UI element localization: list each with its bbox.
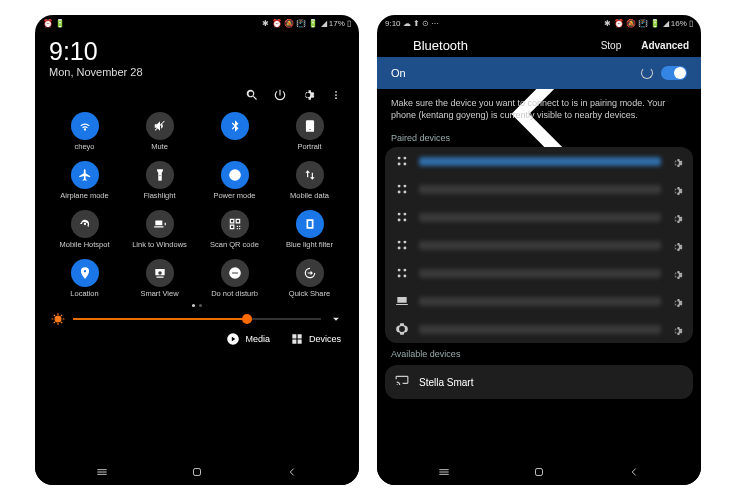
panel-actions [35, 80, 359, 108]
tile-label: Airplane mode [60, 192, 108, 200]
tile-hotspot[interactable]: Mobile Hotspot [47, 210, 122, 249]
device-name-blurred [419, 241, 661, 250]
play-icon [226, 332, 240, 346]
qr-icon [221, 210, 249, 238]
device-name-blurred [419, 269, 661, 278]
tile-mobiledata[interactable]: Mobile data [272, 161, 347, 200]
back-icon[interactable] [389, 39, 403, 53]
page-title: Bluetooth [413, 38, 591, 53]
tile-location[interactable]: Location [47, 259, 122, 298]
paired-device-row[interactable] [385, 175, 693, 203]
gear-icon[interactable] [671, 295, 683, 307]
nav-home[interactable] [532, 465, 546, 483]
grid-icon [395, 182, 409, 196]
nav-home[interactable] [190, 465, 204, 483]
bluetooth-header: Bluetooth Stop Advanced [377, 32, 701, 57]
nav-back[interactable] [627, 465, 641, 483]
tile-dnd[interactable]: Do not disturb [197, 259, 272, 298]
status-left: 9:10 ☁ ⬆ ⊙ ⋯ [385, 19, 439, 28]
brightness-slider[interactable] [35, 310, 359, 330]
tile-link[interactable]: Link to Windows [122, 210, 197, 249]
available-device-name: Stella Smart [419, 377, 473, 388]
status-right: ✱ ⏰ 🔕 📳 🔋 ◢ 17% ▯ [262, 19, 351, 28]
search-icon[interactable] [245, 88, 259, 102]
gear-icon[interactable] [671, 323, 683, 335]
svg-rect-6 [535, 469, 542, 476]
gear-icon[interactable] [671, 155, 683, 167]
stop-button[interactable]: Stop [601, 40, 622, 51]
media-button[interactable]: Media [226, 332, 270, 346]
tile-smartview[interactable]: Smart View [122, 259, 197, 298]
power-icon [221, 161, 249, 189]
quick-tiles-grid: cheyoMutePortraitAirplane modeFlashlight… [35, 108, 359, 301]
bluetooth-toggle-bar[interactable]: On [377, 57, 701, 89]
nav-back[interactable] [285, 465, 299, 483]
tile-airplane[interactable]: Airplane mode [47, 161, 122, 200]
nav-recents[interactable] [437, 465, 451, 483]
paired-device-row[interactable] [385, 259, 693, 287]
available-device-row[interactable]: Stella Smart [385, 365, 693, 399]
scanning-spinner [641, 67, 653, 79]
device-name-blurred [419, 213, 661, 222]
clock-block: 9:10 Mon, November 28 [35, 32, 359, 80]
status-left: ⏰ 🔋 [43, 19, 65, 28]
chevron-down-icon[interactable] [329, 312, 343, 326]
portrait-icon [296, 112, 324, 140]
wifi-icon [71, 112, 99, 140]
mute-icon [146, 112, 174, 140]
devices-label: Devices [309, 334, 341, 344]
cast-icon [395, 374, 409, 390]
navbar [377, 463, 701, 485]
tile-label: Smart View [140, 290, 178, 298]
link-icon [146, 210, 174, 238]
settings-icon[interactable] [301, 88, 315, 102]
media-devices-row: Media Devices [35, 330, 359, 350]
more-icon[interactable] [329, 88, 343, 102]
paired-device-row[interactable] [385, 315, 693, 343]
svg-rect-5 [193, 469, 200, 476]
advanced-button[interactable]: Advanced [641, 40, 689, 51]
status-bar: ⏰ 🔋 ✱ ⏰ 🔕 📳 🔋 ◢ 17% ▯ [35, 15, 359, 32]
bluetooth-switch[interactable] [661, 66, 687, 80]
gear-icon[interactable] [671, 211, 683, 223]
gear-icon[interactable] [671, 239, 683, 251]
available-section-label: Available devices [377, 345, 701, 361]
devices-button[interactable]: Devices [290, 332, 341, 346]
visibility-hint: Make sure the device you want to connect… [377, 89, 701, 129]
grid-icon [290, 332, 304, 346]
pager-dot[interactable] [192, 304, 195, 307]
tile-flashlight[interactable]: Flashlight [122, 161, 197, 200]
tile-quickshare[interactable]: Quick Share [272, 259, 347, 298]
watch-icon [395, 322, 409, 336]
gear-icon[interactable] [671, 183, 683, 195]
clock-time: 9:10 [49, 38, 345, 66]
quick-panel-screen: ⏰ 🔋 ✱ ⏰ 🔕 📳 🔋 ◢ 17% ▯ 9:10 Mon, November… [35, 15, 359, 485]
gear-icon[interactable] [671, 267, 683, 279]
tile-wifi[interactable]: cheyo [47, 112, 122, 151]
device-name-blurred [419, 185, 661, 194]
paired-device-row[interactable] [385, 147, 693, 175]
tile-label: Blue light filter [286, 241, 333, 249]
paired-device-row[interactable] [385, 231, 693, 259]
tile-bluetooth[interactable] [197, 112, 272, 151]
power-icon[interactable] [273, 88, 287, 102]
tile-qr[interactable]: Scan QR code [197, 210, 272, 249]
brightness-track[interactable] [73, 318, 321, 320]
paired-devices-list [385, 147, 693, 343]
tile-label: Quick Share [289, 290, 330, 298]
tile-blf[interactable]: Blue light filter [272, 210, 347, 249]
grid-icon [395, 266, 409, 280]
nav-recents[interactable] [95, 465, 109, 483]
dnd-icon [221, 259, 249, 287]
tile-label: Mobile data [290, 192, 329, 200]
media-label: Media [245, 334, 270, 344]
paired-device-row[interactable] [385, 287, 693, 315]
status-bar: 9:10 ☁ ⬆ ⊙ ⋯ ✱ ⏰ 🔕 📳 🔋 ◢ 16% ▯ [377, 15, 701, 32]
mobiledata-icon [296, 161, 324, 189]
tile-power[interactable]: Power mode [197, 161, 272, 200]
brightness-icon [51, 312, 65, 326]
paired-device-row[interactable] [385, 203, 693, 231]
pager-dot[interactable] [199, 304, 202, 307]
tile-portrait[interactable]: Portrait [272, 112, 347, 151]
tile-mute[interactable]: Mute [122, 112, 197, 151]
